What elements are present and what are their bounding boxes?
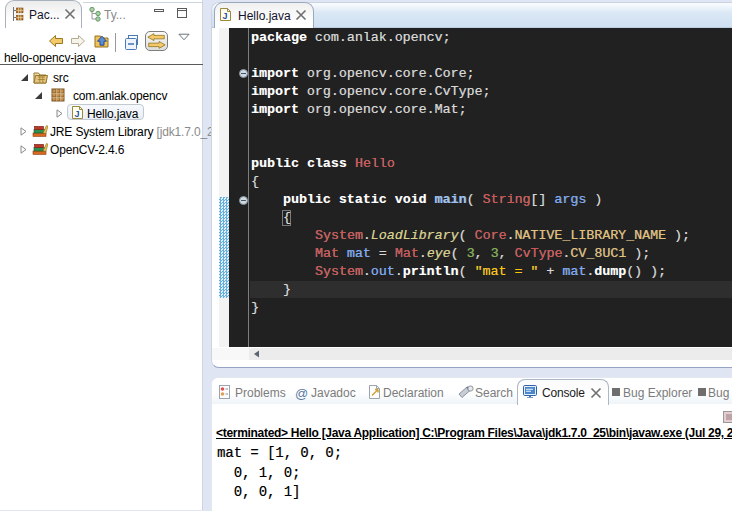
svg-text:J: J	[222, 11, 227, 21]
svg-text:J: J	[74, 109, 79, 119]
